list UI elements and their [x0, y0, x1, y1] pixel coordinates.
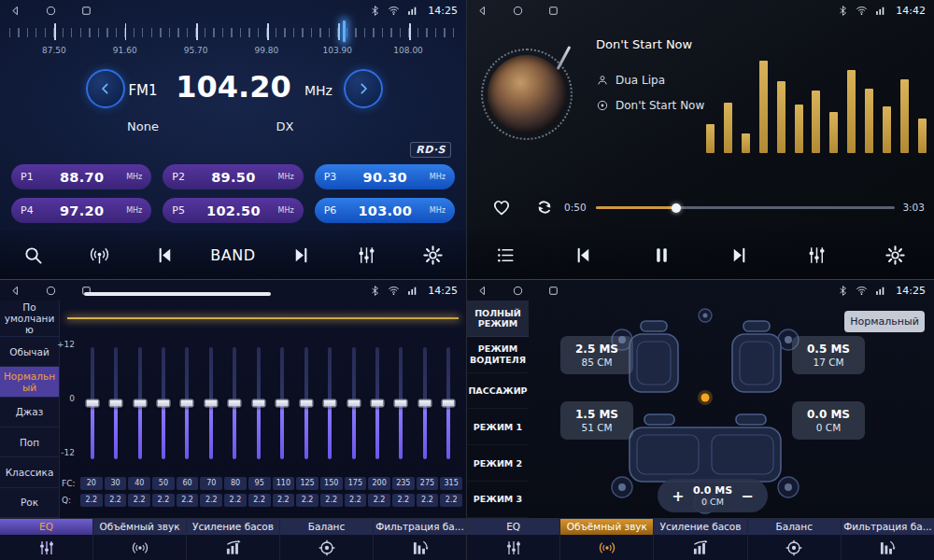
- eq-band-slider[interactable]: [365, 347, 389, 459]
- settings-button[interactable]: [874, 234, 915, 275]
- eq-slider-knob[interactable]: [347, 399, 361, 408]
- delay-rear-right[interactable]: 0.0 MS0 CM: [792, 401, 865, 440]
- eq-band-slider[interactable]: [247, 347, 270, 459]
- eq-band-slider[interactable]: [80, 347, 104, 459]
- surround-mode-item[interactable]: РЕЖИМ ВОДИТЕЛЯ: [467, 337, 529, 373]
- repeat-button[interactable]: [532, 196, 557, 220]
- recents-button[interactable]: [546, 284, 559, 297]
- delay-increase-button[interactable]: +: [669, 487, 687, 505]
- previous-button[interactable]: [563, 234, 604, 275]
- tune-up-button[interactable]: [344, 69, 383, 108]
- tab-filter[interactable]: Фильтрация ба...: [374, 519, 466, 560]
- eq-band-slider[interactable]: [437, 347, 460, 459]
- eq-band-slider[interactable]: [318, 347, 341, 459]
- tab-surround-sound[interactable]: Объёмный звук: [93, 519, 187, 560]
- recents-button[interactable]: [546, 4, 559, 17]
- tab-surround-sound[interactable]: Объёмный звук: [560, 519, 654, 560]
- eq-band-slider[interactable]: [176, 347, 199, 459]
- surround-mode-item[interactable]: ПОЛНЫЙ РЕЖИМ: [467, 301, 529, 337]
- tab-balance[interactable]: Баланс: [748, 519, 842, 560]
- eq-band-slider[interactable]: [104, 347, 127, 459]
- eq-band-slider[interactable]: [294, 347, 318, 459]
- eq-slider-knob[interactable]: [180, 399, 194, 408]
- eq-slider-knob[interactable]: [276, 399, 290, 408]
- tab-bass-boost[interactable]: Усиление басов: [654, 519, 747, 560]
- eq-slider-knob[interactable]: [133, 399, 147, 408]
- surround-mode-item[interactable]: РЕЖИМ 2: [467, 445, 529, 482]
- tab-eq[interactable]: EQ: [0, 519, 93, 560]
- preset-button-p4[interactable]: P497.20MHz: [11, 198, 151, 223]
- surround-mode-item[interactable]: РЕЖИМ 1: [467, 409, 529, 445]
- eq-band-slider[interactable]: [342, 347, 365, 459]
- preset-button-p3[interactable]: P390.30MHz: [315, 164, 455, 189]
- eq-slider-knob[interactable]: [417, 399, 432, 408]
- back-button[interactable]: [8, 4, 21, 17]
- back-button[interactable]: [475, 284, 488, 297]
- sound-profile-button[interactable]: Нормальный: [844, 311, 925, 332]
- eq-band-slider[interactable]: [128, 347, 151, 459]
- eq-preset-item[interactable]: Джаз: [0, 398, 59, 427]
- seek-prev-button[interactable]: [145, 234, 186, 275]
- delay-rear-left[interactable]: 1.5 MS51 CM: [560, 401, 633, 440]
- eq-slider-knob[interactable]: [370, 399, 384, 408]
- eq-preset-item[interactable]: Рок: [0, 488, 59, 518]
- eq-band-slider[interactable]: [389, 347, 413, 459]
- favorite-button[interactable]: [489, 196, 514, 220]
- tab-bass-boost[interactable]: Усиление басов: [187, 519, 280, 560]
- search-button[interactable]: [12, 234, 53, 275]
- eq-slider-knob[interactable]: [442, 399, 456, 408]
- eq-band-slider[interactable]: [223, 347, 247, 459]
- preset-button-p6[interactable]: P6103.00MHz: [315, 198, 455, 223]
- delay-front-left[interactable]: 2.5 MS85 CM: [560, 336, 633, 374]
- seek-next-button[interactable]: [280, 234, 321, 275]
- audio-eq-button[interactable]: [797, 234, 838, 275]
- eq-slider-knob[interactable]: [251, 399, 265, 408]
- eq-slider-knob[interactable]: [157, 399, 171, 408]
- audio-eq-button[interactable]: [347, 234, 388, 275]
- eq-slider-knob[interactable]: [323, 399, 337, 408]
- tab-filter[interactable]: Фильтрация ба...: [842, 519, 934, 560]
- next-button[interactable]: [719, 234, 760, 275]
- surround-mode-item[interactable]: РЕЖИМ 3: [467, 482, 529, 518]
- recents-button[interactable]: [79, 4, 92, 17]
- eq-preset-item[interactable]: Обычай: [0, 337, 59, 367]
- eq-band-slider[interactable]: [151, 347, 175, 459]
- recents-button[interactable]: [79, 284, 92, 297]
- pause-button[interactable]: [641, 234, 682, 275]
- eq-preset-item[interactable]: Нормальный: [0, 367, 59, 397]
- preset-button-p2[interactable]: P289.50MHz: [163, 164, 303, 189]
- preset-button-p5[interactable]: P5102.50MHz: [163, 198, 303, 223]
- frequency-ruler[interactable]: 87.5091.6095.7099.80103.90108.00: [9, 23, 457, 61]
- settings-button[interactable]: [413, 234, 454, 275]
- seek-bar-knob[interactable]: [672, 203, 681, 213]
- stations-button[interactable]: [78, 234, 120, 275]
- eq-slider-knob[interactable]: [228, 399, 242, 408]
- band-button[interactable]: BAND: [210, 234, 255, 275]
- eq-preset-item[interactable]: По умолчанию: [0, 301, 59, 337]
- eq-band-slider[interactable]: [271, 347, 294, 459]
- delay-front-right[interactable]: 0.5 MS17 CM: [792, 336, 865, 374]
- eq-preset-item[interactable]: Классика: [0, 457, 59, 487]
- eq-slider-knob[interactable]: [85, 399, 99, 408]
- queue-button[interactable]: [486, 234, 527, 275]
- preset-button-p1[interactable]: P188.70MHz: [11, 164, 151, 189]
- delay-decrease-button[interactable]: −: [738, 487, 757, 505]
- eq-band-slider[interactable]: [199, 347, 222, 459]
- bluetooth-icon: [369, 285, 381, 297]
- home-button[interactable]: [511, 284, 524, 297]
- back-button[interactable]: [8, 284, 21, 297]
- home-button[interactable]: [44, 284, 57, 297]
- back-button[interactable]: [475, 4, 488, 17]
- eq-slider-knob[interactable]: [204, 399, 218, 408]
- eq-band-slider[interactable]: [413, 347, 436, 459]
- tab-eq[interactable]: EQ: [467, 519, 560, 560]
- seek-bar[interactable]: [596, 206, 895, 209]
- home-button[interactable]: [511, 4, 524, 17]
- eq-slider-knob[interactable]: [109, 399, 123, 408]
- tab-balance[interactable]: Баланс: [280, 519, 374, 560]
- eq-slider-knob[interactable]: [394, 399, 408, 408]
- home-button[interactable]: [44, 4, 57, 17]
- eq-preset-item[interactable]: Поп: [0, 427, 59, 457]
- eq-slider-knob[interactable]: [299, 399, 313, 408]
- surround-mode-item[interactable]: ПАССАЖИР: [467, 373, 529, 410]
